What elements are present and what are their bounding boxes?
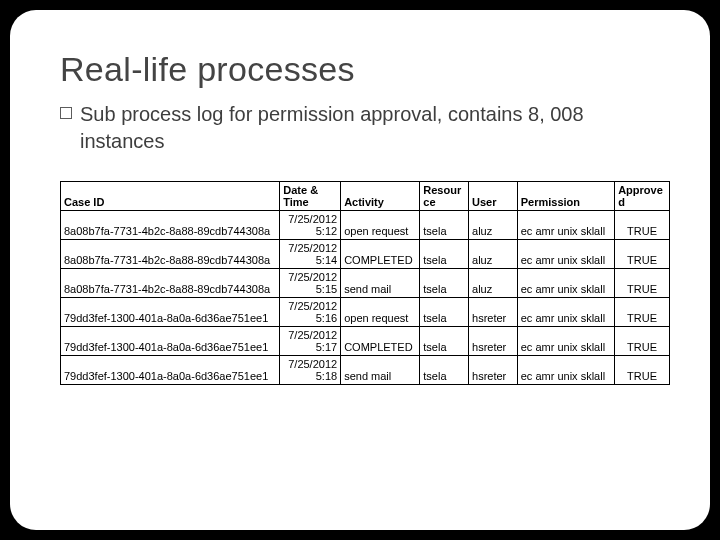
cell-resource: tsela (420, 356, 469, 385)
th-user: User (469, 182, 518, 211)
cell-resource: tsela (420, 211, 469, 240)
table-row: 79dd3fef-1300-401a-8a0a-6d36ae751ee17/25… (61, 298, 670, 327)
th-permission: Permission (517, 182, 614, 211)
table-row: 8a08b7fa-7731-4b2c-8a88-89cdb744308a7/25… (61, 269, 670, 298)
cell-user: hsreter (469, 298, 518, 327)
cell-approved: TRUE (615, 356, 670, 385)
time-line: 5:15 (283, 283, 337, 295)
cell-permission: ec amr unix sklall (517, 356, 614, 385)
cell-resource: tsela (420, 240, 469, 269)
slide-frame: Real-life processes Sub process log for … (10, 10, 710, 530)
slide-title: Real-life processes (60, 50, 670, 89)
th-approved: Approved (615, 182, 670, 211)
th-resource: Resource (420, 182, 469, 211)
cell-case-id: 79dd3fef-1300-401a-8a0a-6d36ae751ee1 (61, 356, 280, 385)
date-line: 7/25/2012 (283, 358, 337, 370)
square-bullet-icon (60, 107, 72, 119)
cell-permission: ec amr unix sklall (517, 269, 614, 298)
cell-permission: ec amr unix sklall (517, 240, 614, 269)
cell-case-id: 8a08b7fa-7731-4b2c-8a88-89cdb744308a (61, 211, 280, 240)
cell-user: hsreter (469, 327, 518, 356)
cell-user: aluz (469, 240, 518, 269)
table-row: 79dd3fef-1300-401a-8a0a-6d36ae751ee17/25… (61, 327, 670, 356)
cell-approved: TRUE (615, 298, 670, 327)
cell-user: aluz (469, 211, 518, 240)
table-row: 8a08b7fa-7731-4b2c-8a88-89cdb744308a7/25… (61, 211, 670, 240)
date-line: 7/25/2012 (283, 213, 337, 225)
table-header-row: Case ID Date & Time Activity Resource Us… (61, 182, 670, 211)
cell-resource: tsela (420, 298, 469, 327)
cell-case-id: 79dd3fef-1300-401a-8a0a-6d36ae751ee1 (61, 327, 280, 356)
cell-resource: tsela (420, 269, 469, 298)
cell-date-time: 7/25/20125:16 (280, 298, 341, 327)
cell-permission: ec amr unix sklall (517, 298, 614, 327)
cell-activity: send mail (341, 356, 420, 385)
cell-activity: open request (341, 298, 420, 327)
cell-case-id: 8a08b7fa-7731-4b2c-8a88-89cdb744308a (61, 269, 280, 298)
cell-case-id: 8a08b7fa-7731-4b2c-8a88-89cdb744308a (61, 240, 280, 269)
cell-user: aluz (469, 269, 518, 298)
cell-approved: TRUE (615, 269, 670, 298)
subtitle-row: Sub process log for permission approval,… (60, 101, 670, 181)
cell-approved: TRUE (615, 240, 670, 269)
cell-resource: tsela (420, 327, 469, 356)
th-activity: Activity (341, 182, 420, 211)
cell-date-time: 7/25/20125:18 (280, 356, 341, 385)
date-line: 7/25/2012 (283, 329, 337, 341)
cell-activity: send mail (341, 269, 420, 298)
cell-case-id: 79dd3fef-1300-401a-8a0a-6d36ae751ee1 (61, 298, 280, 327)
time-line: 5:17 (283, 341, 337, 353)
cell-activity: COMPLETED (341, 240, 420, 269)
cell-activity: open request (341, 211, 420, 240)
th-date-time: Date & Time (280, 182, 341, 211)
time-line: 5:16 (283, 312, 337, 324)
process-log-table: Case ID Date & Time Activity Resource Us… (60, 181, 670, 385)
cell-user: hsreter (469, 356, 518, 385)
cell-approved: TRUE (615, 211, 670, 240)
time-line: 5:18 (283, 370, 337, 382)
cell-permission: ec amr unix sklall (517, 211, 614, 240)
table-row: 79dd3fef-1300-401a-8a0a-6d36ae751ee17/25… (61, 356, 670, 385)
time-line: 5:14 (283, 254, 337, 266)
cell-date-time: 7/25/20125:14 (280, 240, 341, 269)
cell-activity: COMPLETED (341, 327, 420, 356)
slide-subtitle: Sub process log for permission approval,… (80, 101, 670, 155)
date-line: 7/25/2012 (283, 271, 337, 283)
table-row: 8a08b7fa-7731-4b2c-8a88-89cdb744308a7/25… (61, 240, 670, 269)
cell-date-time: 7/25/20125:17 (280, 327, 341, 356)
cell-approved: TRUE (615, 327, 670, 356)
th-case-id: Case ID (61, 182, 280, 211)
cell-date-time: 7/25/20125:12 (280, 211, 341, 240)
time-line: 5:12 (283, 225, 337, 237)
cell-permission: ec amr unix sklall (517, 327, 614, 356)
date-line: 7/25/2012 (283, 300, 337, 312)
cell-date-time: 7/25/20125:15 (280, 269, 341, 298)
date-line: 7/25/2012 (283, 242, 337, 254)
